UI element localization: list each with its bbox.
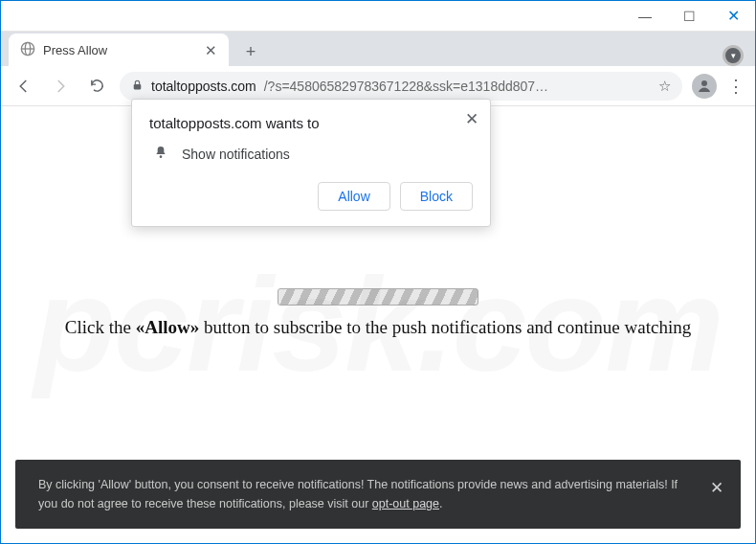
bell-icon — [153, 145, 168, 163]
consent-text: By clicking 'Allow' button, you consent … — [38, 478, 678, 510]
svg-point-4 — [701, 80, 707, 86]
permission-title: totaltopposts.com wants to — [149, 115, 473, 131]
nav-forward-button[interactable] — [47, 78, 74, 95]
notification-permission-prompt: ✕ totaltopposts.com wants to Show notifi… — [131, 99, 491, 227]
browser-tab[interactable]: Press Allow ✕ — [9, 34, 229, 66]
chrome-menu-button[interactable]: ⋮ — [726, 76, 745, 97]
url-path: /?s=458065829783671228&ssk=e1318dd807… — [264, 79, 548, 94]
window-minimize-button[interactable]: — — [623, 1, 667, 31]
lock-icon — [131, 79, 144, 94]
opt-out-link[interactable]: opt-out page — [372, 497, 439, 510]
globe-icon — [20, 41, 35, 59]
new-tab-button[interactable]: + — [236, 37, 265, 66]
incognito-icon[interactable] — [723, 45, 744, 66]
tab-close-button[interactable]: ✕ — [205, 43, 217, 57]
profile-avatar-button[interactable] — [692, 74, 717, 99]
svg-rect-3 — [134, 83, 142, 88]
address-bar[interactable]: totaltopposts.com/?s=458065829783671228&… — [120, 72, 682, 101]
allow-button[interactable]: Allow — [318, 182, 389, 211]
page-instruction: Click the «Allow» button to subscribe to… — [1, 317, 755, 338]
nav-back-button[interactable] — [11, 78, 37, 95]
url-domain: totaltopposts.com — [151, 79, 256, 94]
window-maximize-button[interactable]: ☐ — [667, 1, 711, 31]
fake-progress-bar — [278, 288, 478, 306]
consent-close-button[interactable]: ✕ — [710, 475, 723, 501]
permission-close-button[interactable]: ✕ — [465, 109, 478, 129]
block-button[interactable]: Block — [400, 182, 473, 211]
consent-banner: By clicking 'Allow' button, you consent … — [15, 460, 741, 529]
window-close-button[interactable]: ✕ — [711, 1, 755, 31]
permission-line: Show notifications — [182, 147, 290, 162]
svg-point-5 — [160, 155, 163, 158]
tab-title: Press Allow — [43, 43, 107, 57]
nav-reload-button[interactable] — [83, 78, 110, 94]
bookmark-star-icon[interactable]: ☆ — [658, 78, 671, 95]
